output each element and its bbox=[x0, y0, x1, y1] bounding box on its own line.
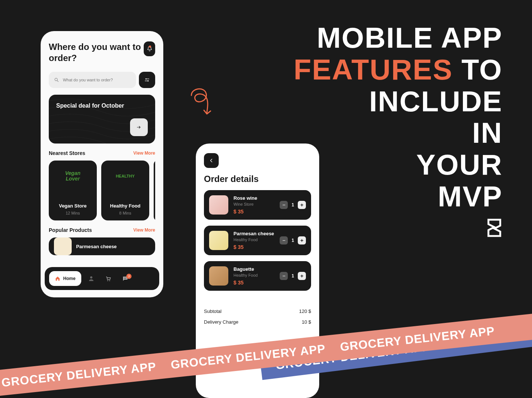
item-name: Baguette bbox=[233, 266, 274, 272]
store-eta: 12 Mins bbox=[66, 211, 80, 215]
promo-card[interactable]: Special deal for October bbox=[49, 95, 155, 144]
qty-minus-button[interactable]: − bbox=[280, 201, 288, 209]
order-summary: Subtotal 120 $ Delivery Charge 10 $ bbox=[204, 308, 311, 325]
sliders-icon bbox=[144, 77, 150, 83]
nav-home-button[interactable]: Home bbox=[49, 271, 81, 286]
qty-plus-button[interactable]: + bbox=[298, 201, 306, 209]
nav-chat-button[interactable]: 7 bbox=[118, 275, 132, 282]
notifications-button[interactable] bbox=[144, 41, 155, 56]
store-card[interactable] bbox=[154, 161, 155, 220]
svg-point-3 bbox=[90, 276, 92, 279]
item-store: Healthy Food bbox=[233, 273, 274, 277]
view-more-link[interactable]: View More bbox=[133, 151, 155, 156]
headline-line: YOUR bbox=[294, 149, 502, 181]
qty-minus-button[interactable]: − bbox=[280, 272, 288, 280]
item-name: Rose wine bbox=[233, 195, 274, 201]
qty-value: 1 bbox=[291, 202, 294, 208]
svg-point-7 bbox=[125, 278, 126, 279]
svg-point-8 bbox=[126, 278, 127, 279]
headline-line: FEATURES TO bbox=[294, 54, 502, 86]
subtotal-value: 120 $ bbox=[299, 308, 311, 314]
headline-line: INCLUDE bbox=[294, 86, 502, 118]
search-input[interactable] bbox=[63, 78, 131, 82]
store-name: Healthy Food bbox=[110, 203, 140, 209]
svg-point-0 bbox=[55, 78, 57, 81]
chat-badge: 7 bbox=[126, 274, 132, 279]
item-thumbnail bbox=[209, 266, 228, 286]
item-name: Parmesan cheese bbox=[233, 231, 274, 236]
item-price: $ 35 bbox=[233, 209, 274, 215]
promo-arrow-button[interactable] bbox=[130, 118, 148, 136]
headline-line: IN bbox=[294, 117, 502, 149]
store-card[interactable]: HEALTHY Healthy Food 8 Mins bbox=[101, 161, 149, 220]
arrow-right-icon bbox=[136, 125, 142, 130]
store-eta: 8 Mins bbox=[119, 211, 131, 215]
chevron-left-icon bbox=[209, 158, 214, 163]
store-logo-icon: HEALTHY bbox=[112, 166, 138, 186]
bottom-nav: Home 7 bbox=[45, 267, 159, 290]
svg-point-2 bbox=[147, 80, 149, 81]
item-thumbnail bbox=[209, 231, 228, 250]
squiggle-arrow-icon bbox=[184, 84, 217, 121]
nav-profile-button[interactable] bbox=[84, 275, 98, 282]
item-price: $ 35 bbox=[233, 244, 274, 250]
order-item: Rose wine Wine Store $ 35 − 1 + bbox=[204, 190, 311, 220]
quantity-stepper: − 1 + bbox=[280, 201, 306, 209]
promo-title: Special deal for October bbox=[56, 102, 148, 110]
brand-logo-icon bbox=[487, 218, 502, 239]
marketing-headline: MOBILE APP FEATURES TO INCLUDE IN YOUR M… bbox=[294, 22, 502, 213]
svg-point-6 bbox=[124, 278, 125, 279]
back-button[interactable] bbox=[204, 153, 219, 168]
svg-point-4 bbox=[108, 280, 108, 281]
store-card[interactable]: Vegan Lover Vegan Store 12 Mins bbox=[49, 161, 97, 220]
popular-products-label: Popular Products bbox=[49, 227, 92, 233]
delivery-label: Delivery Charge bbox=[204, 319, 238, 325]
search-input-wrapper[interactable] bbox=[49, 72, 136, 88]
product-thumbnail bbox=[54, 237, 72, 255]
subtotal-label: Subtotal bbox=[204, 308, 222, 314]
quantity-stepper: − 1 + bbox=[280, 272, 306, 280]
product-card[interactable]: Parmesan cheese bbox=[49, 237, 155, 255]
headline-line: MOBILE APP bbox=[294, 22, 502, 54]
notification-dot-icon bbox=[149, 45, 151, 48]
order-item: Baguette Healthy Food $ 35 − 1 + bbox=[204, 261, 311, 291]
nearest-stores-label: Nearest Stores bbox=[49, 150, 85, 156]
store-list: Vegan Lover Vegan Store 12 Mins HEALTHY … bbox=[49, 161, 155, 220]
item-store: Healthy Food bbox=[233, 237, 274, 242]
qty-minus-button[interactable]: − bbox=[280, 236, 288, 244]
store-name: Vegan Store bbox=[59, 203, 86, 209]
cart-icon bbox=[105, 275, 112, 282]
store-logo-icon: Vegan Lover bbox=[60, 166, 86, 186]
item-price: $ 35 bbox=[233, 280, 274, 286]
filter-button[interactable] bbox=[139, 72, 155, 88]
headline-line: MVP bbox=[294, 181, 502, 213]
svg-point-1 bbox=[146, 78, 147, 80]
product-name: Parmesan cheese bbox=[76, 244, 117, 249]
order-item: Parmesan cheese Healthy Food $ 35 − 1 + bbox=[204, 226, 311, 255]
qty-value: 1 bbox=[291, 273, 294, 279]
user-icon bbox=[88, 275, 95, 282]
qty-value: 1 bbox=[291, 238, 294, 243]
view-more-link[interactable]: View More bbox=[133, 227, 155, 233]
qty-plus-button[interactable]: + bbox=[298, 236, 306, 244]
delivery-value: 10 $ bbox=[302, 319, 311, 325]
item-thumbnail bbox=[209, 195, 228, 215]
item-store: Wine Store bbox=[233, 202, 274, 206]
quantity-stepper: − 1 + bbox=[280, 236, 306, 244]
home-icon bbox=[55, 276, 60, 281]
page-title: Where do you want to order? bbox=[49, 41, 144, 64]
nav-cart-button[interactable] bbox=[101, 275, 115, 282]
svg-point-5 bbox=[109, 280, 110, 281]
qty-plus-button[interactable]: + bbox=[298, 272, 306, 280]
search-icon bbox=[54, 77, 59, 83]
page-title: Order details bbox=[204, 174, 311, 184]
nav-home-label: Home bbox=[63, 276, 75, 281]
phone-home-screen: Where do you want to order? Special deal… bbox=[41, 31, 163, 297]
